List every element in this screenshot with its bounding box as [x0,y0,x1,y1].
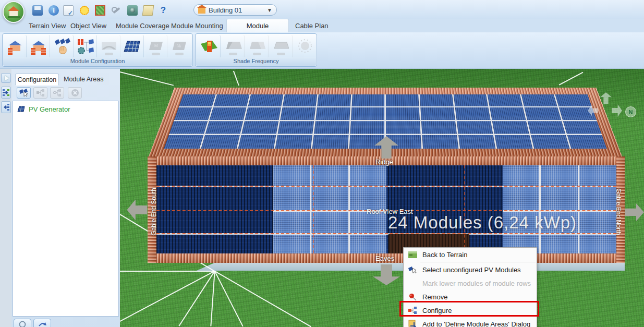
pv-module[interactable] [386,107,420,120]
module-info-button[interactable]: M [144,35,167,58]
pv-module[interactable] [311,235,348,253]
pv-module[interactable] [579,187,616,210]
pv-module[interactable] [351,94,384,106]
sun-simulation-button[interactable] [294,35,317,58]
roof-view-button[interactable] [98,35,120,58]
pv-module[interactable] [421,107,455,120]
pv-module[interactable] [488,94,523,106]
map-icon[interactable] [95,5,105,16]
pv-module[interactable] [210,107,247,120]
pv-module[interactable] [273,212,310,233]
unconfigured-module-group[interactable] [503,165,616,253]
tab-terrain-view[interactable]: Terrain View [29,22,66,30]
menu-item-back-to-terrain[interactable]: Back to Terrain [404,248,537,261]
pv-module[interactable] [273,187,310,210]
delete-button[interactable] [68,87,82,99]
roof-view-east-face[interactable]: Ridge Eaves Roof View East Gable End Sou… [148,156,625,263]
menu-item-select-unconfigured[interactable]: Select unconfigured PV Modules [404,263,537,276]
pv-module[interactable] [528,121,565,134]
pv-module[interactable] [455,107,491,120]
sidebar-bottom-info-button[interactable] [14,319,31,327]
info-icon[interactable]: i [48,5,59,16]
pv-module[interactable] [521,94,557,106]
pv-module[interactable] [311,165,348,186]
shade-frequency-button[interactable] [198,35,221,58]
expand-panel-button[interactable] [1,73,11,83]
pv-module[interactable] [420,94,454,106]
compass-north-badge[interactable]: N [625,106,636,117]
pv-module[interactable] [317,94,351,106]
pv-module[interactable] [458,135,495,149]
configure-tree-button[interactable] [33,87,47,99]
pv-module[interactable] [311,187,348,210]
pv-module[interactable] [579,165,616,186]
pv-module[interactable] [351,107,385,120]
list-transfer-out-button[interactable] [1,101,11,113]
pv-module[interactable] [248,94,283,106]
module-configuration-button[interactable] [74,35,97,58]
pv-module[interactable] [213,94,249,106]
pv-module[interactable] [164,135,203,149]
pv-module[interactable] [174,107,212,120]
pv-module[interactable] [179,94,215,106]
report-check-icon[interactable] [63,5,74,16]
scene-3d-viewport[interactable]: Ridge Eaves Roof View East Gable End Sou… [120,69,644,327]
pv-module[interactable] [350,121,384,134]
pv-module[interactable] [495,135,533,149]
unconfigure-tree-button[interactable] [50,87,64,99]
pv-module[interactable] [277,121,313,134]
plain-module-button[interactable] [270,35,293,58]
pv-module[interactable] [283,94,317,106]
app-logo-icon[interactable] [3,1,25,23]
pv-module[interactable] [555,94,592,106]
select-modules-hand-button[interactable] [51,35,74,58]
pv-module[interactable] [245,107,281,120]
tools-icon[interactable] [111,5,121,16]
pv-module[interactable] [567,135,607,149]
pv-module[interactable] [315,107,350,120]
pv-module[interactable] [579,235,616,253]
save-icon[interactable] [32,5,43,16]
tree-item-pv-generator[interactable]: PV Generator [13,101,118,113]
pv-module[interactable] [563,121,602,134]
pv-module[interactable] [241,121,278,134]
pv-module[interactable] [275,135,312,149]
pv-module[interactable] [386,94,419,106]
pv-module[interactable] [314,121,349,134]
pv-module[interactable] [531,135,569,149]
pv-module[interactable] [503,165,539,186]
pv-module[interactable] [273,235,310,253]
sun-icon[interactable] [79,5,90,16]
pv-module[interactable] [169,121,208,134]
pv-module[interactable] [525,107,562,120]
shade-corner-module-button[interactable] [246,35,269,58]
pv-module[interactable] [201,135,239,149]
package-icon[interactable] [142,5,154,16]
module-percent-button[interactable]: % [168,35,191,58]
pv-module[interactable] [350,187,386,210]
pv-module[interactable] [490,107,526,120]
pv-module[interactable] [492,121,529,134]
help-icon[interactable]: ? [158,5,168,16]
tab-object-view[interactable]: Object View [70,22,106,30]
configure-building-all-button[interactable] [27,35,50,58]
pv-module[interactable] [312,135,348,149]
pv-module[interactable] [350,235,386,253]
camera-icon[interactable] [127,5,138,16]
tab-module-mounting[interactable]: Module Mounting [171,22,223,30]
tab-module-coverage[interactable]: Module Coverage [116,22,169,30]
sidebar-tab-configuration[interactable]: Configuration [15,74,59,86]
pv-module[interactable] [503,187,539,210]
module-array-button[interactable] [121,35,144,58]
pv-module[interactable] [454,94,488,106]
pv-module[interactable] [541,187,577,210]
pv-module[interactable] [386,121,420,134]
pv-module[interactable] [541,165,577,186]
pv-module[interactable] [421,121,457,134]
pv-module[interactable] [541,235,577,253]
sidebar-tab-module-areas[interactable]: Module Areas [64,76,103,83]
menu-item-add-to-module-areas-dialog[interactable]: Add to 'Define Module Areas' Dialog [404,317,537,327]
pv-module[interactable] [457,121,493,134]
sidebar-bottom-undo-button[interactable] [33,319,51,327]
pv-module[interactable] [205,121,243,134]
